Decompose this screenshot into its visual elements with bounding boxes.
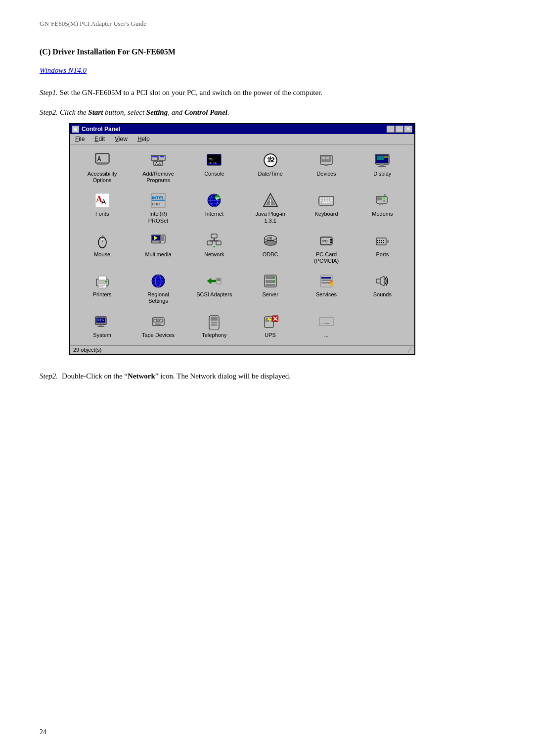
svg-point-95: [265, 240, 276, 245]
step2-mid1: button, select: [103, 108, 146, 116]
icon-mouse[interactable]: Mouse: [74, 229, 130, 267]
services-label: Services: [316, 291, 337, 298]
accessibility-icon: Ā: [93, 151, 111, 169]
icon-tape[interactable]: Tape Devices: [130, 310, 186, 341]
icon-misc[interactable]: ........ ...: [298, 310, 354, 341]
close-button[interactable]: ×: [404, 126, 412, 133]
menu-edit[interactable]: Edit: [91, 135, 108, 143]
svg-rect-115: [98, 276, 106, 280]
icon-addremove[interactable]: Add Add/RemovePrograms: [130, 148, 186, 187]
svg-rect-109: [377, 242, 378, 243]
svg-point-159: [215, 324, 217, 326]
sounds-label: Sounds: [373, 291, 392, 298]
odbc-icon: DB: [262, 232, 279, 250]
icon-services[interactable]: Services: [298, 269, 354, 307]
svg-text:SYS: SYS: [97, 318, 104, 322]
svg-rect-100: [330, 239, 332, 240]
menu-view[interactable]: View: [112, 135, 131, 143]
icon-server[interactable]: Server: [242, 269, 298, 307]
resize-handle[interactable]: ╱: [408, 347, 411, 353]
addremove-icon: Add: [149, 151, 167, 169]
icon-ports[interactable]: Ports: [355, 229, 410, 267]
regional-icon: [149, 272, 167, 290]
icon-grid: Ā AccessibilityOptions Add: [70, 144, 414, 345]
svg-rect-33: [378, 166, 386, 167]
telephony-label: Telephony: [202, 332, 226, 338]
svg-rect-84: [211, 234, 217, 238]
svg-rect-110: [379, 242, 380, 243]
svg-point-156: [215, 322, 217, 324]
svg-rect-55: [325, 197, 327, 199]
internet-label: Internet: [205, 211, 223, 217]
svg-rect-131: [266, 284, 275, 286]
icon-network[interactable]: Network: [186, 229, 242, 267]
svg-rect-127: [217, 279, 221, 281]
network-label: Network: [204, 251, 224, 258]
icon-system[interactable]: SYS System: [74, 310, 130, 341]
icon-display[interactable]: Display: [355, 148, 410, 187]
maximize-button[interactable]: □: [396, 126, 403, 133]
icon-telephony[interactable]: Telephony: [186, 310, 242, 341]
svg-rect-80: [152, 241, 159, 242]
icon-multimedia[interactable]: Multimedia: [130, 229, 186, 267]
icon-regional[interactable]: RegionalSettings: [130, 269, 186, 307]
icon-sounds[interactable]: Sounds: [355, 269, 410, 307]
section-title: (C) Driver Installation For GN-FE605M: [40, 47, 494, 56]
tape-label: Tape Devices: [142, 332, 175, 338]
svg-text:INTEL: INTEL: [152, 195, 165, 200]
svg-point-74: [101, 238, 104, 240]
svg-rect-70: [379, 203, 381, 205]
icon-modems[interactable]: Modems: [355, 189, 410, 227]
svg-point-132: [273, 277, 274, 279]
icon-console[interactable]: MS D:\> Console: [186, 148, 242, 187]
scsi-label: SCSI Adapters: [196, 291, 232, 298]
svg-rect-112: [383, 242, 384, 243]
menu-help[interactable]: Help: [134, 135, 153, 143]
page-number: 24: [40, 728, 46, 736]
icon-internet[interactable]: go Internet: [186, 189, 242, 227]
pccard-icon: PC: [317, 232, 335, 250]
svg-rect-153: [211, 317, 218, 321]
svg-text:........: ........: [320, 320, 329, 325]
windows-nt-link[interactable]: Windows NT4.0: [40, 66, 494, 75]
step2b-block: Step2. Double-Click on the “Network” ico…: [40, 370, 494, 382]
icon-keyboard[interactable]: Keyboard: [298, 189, 354, 227]
svg-rect-27: [324, 164, 328, 166]
icon-intel[interactable]: INTEL PRO Intel(R)PROSet: [130, 189, 186, 227]
svg-text:DB: DB: [267, 236, 272, 240]
icon-ups[interactable]: UPS: [242, 310, 298, 341]
step2-body-pre: Click the: [60, 108, 88, 116]
step1-body: Set the GN-FE605M to a PCI slot on your …: [60, 89, 322, 96]
system-label: System: [93, 332, 111, 338]
svg-rect-31: [384, 156, 388, 158]
server-label: Server: [262, 291, 278, 298]
menu-file[interactable]: File: [72, 135, 88, 143]
svg-point-155: [213, 322, 215, 324]
icon-scsi[interactable]: SCSI Adapters: [186, 269, 242, 307]
icon-fonts[interactable]: A A Fonts: [74, 189, 130, 227]
svg-point-69: [383, 200, 385, 202]
icon-datetime[interactable]: 12 Date/Time: [242, 148, 298, 187]
display-label: Display: [373, 171, 391, 177]
misc-label: ...: [324, 332, 328, 338]
console-icon: MS D:\>: [205, 151, 223, 169]
svg-rect-53: [320, 197, 322, 199]
icon-printers[interactable]: Printers: [74, 269, 130, 307]
step1-label: Step1.: [40, 89, 58, 96]
icon-odbc[interactable]: DB ODBC: [242, 229, 298, 267]
console-label: Console: [204, 171, 224, 177]
addremove-label: Add/RemovePrograms: [142, 171, 174, 184]
icon-pccard[interactable]: PC PC Card(PCMCIA): [298, 229, 354, 267]
svg-rect-58: [320, 199, 322, 201]
icon-devices[interactable]: Devices: [298, 148, 354, 187]
scsi-icon: [205, 272, 223, 290]
svg-point-133: [273, 281, 274, 283]
svg-point-149: [154, 319, 157, 322]
minimize-button[interactable]: _: [387, 126, 395, 133]
svg-point-68: [383, 197, 385, 199]
icon-java[interactable]: Java Plug-in1.3.1: [242, 189, 298, 227]
icon-accessibility[interactable]: Ā AccessibilityOptions: [74, 148, 130, 187]
svg-text:PC: PC: [322, 239, 328, 243]
svg-rect-151: [155, 324, 161, 325]
svg-text:D:\>: D:\>: [209, 161, 217, 165]
